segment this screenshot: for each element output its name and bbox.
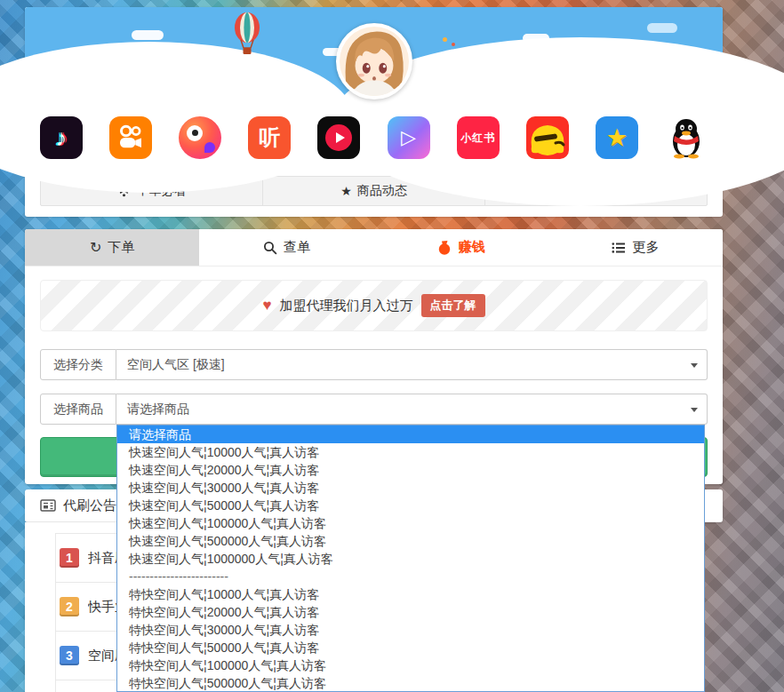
confetti-dot [452, 43, 455, 46]
star-icon: ★ [340, 184, 352, 198]
category-label: 选择分类 [40, 349, 116, 380]
rank-badge: 3 [60, 646, 79, 665]
dropdown-separator-option[interactable]: ------------------------ [117, 568, 704, 585]
dropdown-option[interactable]: 快速空间人气¦30000人气¦真人访客 [117, 479, 704, 497]
tab-label: 商品动态 [357, 183, 407, 199]
category-selected-value: 空间人气区 [极速] [127, 357, 225, 373]
dropdown-option[interactable]: 特快空间人气¦500000人气¦真人访客 [117, 674, 704, 692]
dropdown-option[interactable]: 快速空间人气¦1000000人气¦真人访客 [117, 550, 704, 568]
weishi-icon: ▷ [388, 116, 430, 159]
xiaohongshu-glyph: 小红书 [460, 131, 495, 146]
announcement-icon [40, 499, 56, 512]
dropdown-option[interactable]: 特快空间人气¦20000人气¦真人访客 [117, 603, 704, 621]
rank-badge: 1 [60, 548, 79, 568]
rank-badge: 2 [60, 597, 79, 616]
caret-down-icon [691, 363, 698, 368]
heart-icon: ♥ [262, 297, 271, 314]
page: ♪ 听 ▷ 小红书 [0, 0, 784, 692]
search-icon [263, 241, 277, 255]
promo-text: 加盟代理我们月入过万 [280, 298, 413, 314]
confetti-dot [443, 37, 447, 42]
play-triangle-icon [336, 132, 345, 143]
dropdown-option[interactable]: 快速空间人气¦100000人气¦真人访客 [117, 514, 704, 532]
tab-check-order[interactable]: 查单 [199, 229, 373, 266]
cloud [132, 30, 164, 40]
header-card: ♪ 听 ▷ 小红书 [25, 7, 723, 217]
moneybag-icon [437, 240, 452, 255]
video-play-app-icon [317, 116, 360, 159]
qzone-icon: ★ [596, 116, 638, 159]
dropdown-option[interactable]: 快速空间人气¦50000人气¦真人访客 [117, 497, 704, 514]
qzone-star-glyph: ★ [606, 123, 628, 152]
dropdown-option[interactable]: 特快空间人气¦100000人气¦真人访客 [117, 656, 704, 674]
category-row: 选择分类 空间人气区 [极速] [40, 349, 708, 380]
tab-place-order[interactable]: ↻ 下单 [25, 229, 199, 266]
tab-label: 赚钱 [459, 239, 485, 256]
cloud [523, 34, 549, 43]
dropdown-option[interactable]: 快速空间人气¦500000人气¦真人访客 [117, 532, 704, 550]
announcement-title: 代刷公告 [63, 497, 116, 514]
tab-earn-money[interactable]: 赚钱 [374, 229, 548, 266]
hot-air-balloon-icon [232, 12, 262, 59]
dropdown-option[interactable]: 快速空间人气¦20000人气¦真人访客 [117, 461, 704, 479]
cloud [601, 66, 624, 74]
dropdown-option[interactable]: 特快空间人气¦30000人气¦真人访客 [117, 621, 704, 639]
weishi-play-glyph: ▷ [401, 126, 416, 149]
bird-beak [204, 142, 215, 153]
music-note-glyph: ♪ [56, 124, 68, 152]
play-circle [325, 124, 352, 151]
promo-banner: ♥ 加盟代理我们月入过万 点击了解 [40, 280, 708, 331]
product-row: 选择商品 请选择商品 [40, 394, 708, 425]
cloud [238, 78, 258, 85]
dropdown-option[interactable]: 特快空间人气¦50000人气¦真人访客 [117, 639, 704, 656]
category-select[interactable]: 空间人气区 [极速] [116, 349, 708, 380]
product-dropdown: 请选择商品 快速空间人气¦10000人气¦真人访客 快速空间人气¦20000人气… [116, 425, 705, 692]
tab-more[interactable]: 更多 [548, 229, 723, 266]
learn-more-button[interactable]: 点击了解 [421, 294, 485, 317]
tab-label: 下单 [108, 239, 134, 256]
bird-app-icon [179, 116, 221, 159]
product-selected-value: 请选择商品 [127, 402, 189, 418]
product-label: 选择商品 [40, 394, 116, 425]
nav-tabs: ↻ 下单 查单 赚钱 [25, 229, 723, 266]
dropdown-option[interactable]: 请选择商品 [117, 426, 704, 443]
kuaishou-icon [109, 116, 152, 159]
tab-label: 查单 [284, 239, 310, 256]
avatar [336, 23, 412, 99]
ximalaya-glyph: 听 [259, 123, 280, 152]
douyin-icon: ♪ [40, 116, 83, 159]
xiaohongshu-icon: 小红书 [457, 116, 500, 159]
product-select[interactable]: 请选择商品 [116, 394, 708, 425]
menu-list-icon [612, 242, 626, 254]
refresh-icon: ↻ [90, 239, 101, 256]
qq-icon [665, 116, 708, 159]
dropdown-option[interactable]: 快速空间人气¦10000人气¦真人访客 [117, 443, 704, 461]
tab-label: 更多 [632, 239, 659, 256]
sky-banner [25, 7, 723, 99]
caret-down-icon [691, 408, 698, 412]
dropdown-option[interactable]: 特快空间人气¦10000人气¦真人访客 [117, 585, 704, 603]
pipixia-icon [526, 116, 569, 159]
ximalaya-icon: 听 [248, 116, 291, 159]
cloud [647, 23, 677, 33]
